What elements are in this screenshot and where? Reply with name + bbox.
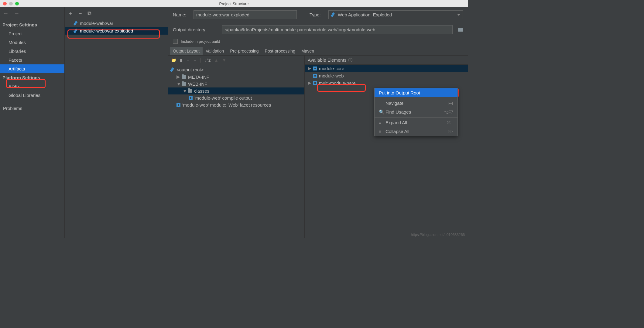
folder-icon [182,75,186,79]
platform-settings-header: Platform Settings [0,73,64,82]
menu-put-into-output-root[interactable]: Put into Output Root [375,88,457,97]
window-title: Project Structure [219,2,249,6]
menu-collapse-all[interactable]: ≡Collapse All ⌘- [375,127,457,136]
artifact-icon [74,29,78,33]
move-up-icon[interactable]: ▲ [214,58,218,63]
output-layout-pane: 📁 ▮ ＋ − | ↓ªᴢ ▲ ▼ <output root> ▶ [168,56,305,238]
artifacts-list-pane: ＋ − ⧉ module-web:war module-web:war expl… [65,7,168,238]
menu-expand-all[interactable]: ≡Expand All ⌘+ [375,118,457,127]
menu-separator [375,98,457,98]
tree-classes[interactable]: ▼ classes [168,87,304,94]
copy-artifact-icon[interactable]: ⧉ [87,10,91,17]
tab-post-processing[interactable]: Post-processing [262,47,298,55]
artifacts-toolbar: ＋ − ⧉ [65,7,168,19]
remove-icon[interactable]: − [194,58,196,63]
sidebar-item-modules[interactable]: Modules [0,38,64,47]
sidebar-item-global-libraries[interactable]: Global Libraries [0,91,64,100]
module-icon [313,74,317,78]
expand-caret-icon[interactable]: ▶ [176,74,180,80]
archive-icon[interactable]: ▮ [180,58,182,63]
move-down-icon[interactable]: ▼ [222,58,226,63]
module-output-icon [189,96,193,100]
new-folder-icon[interactable]: 📁 [171,58,176,63]
add-copy-icon[interactable]: ＋ [186,57,190,63]
tab-pre-processing[interactable]: Pre-processing [227,47,262,55]
nav-forward-icon[interactable]: → [14,10,19,17]
include-build-checkbox[interactable] [173,39,178,44]
artifact-tabs: Output Layout Validation Pre-processing … [168,47,468,56]
traffic-lights [0,2,19,5]
available-item-multi-module-parent[interactable]: ▶ multi-module-pare [305,79,468,87]
artifact-label: module-web:war exploded [80,28,133,33]
sidebar-item-sdks[interactable]: SDKs [0,82,64,91]
available-item-module-web[interactable]: ▶ module-web [305,72,468,79]
nav-back-icon[interactable]: ← [3,10,9,17]
collapse-caret-icon[interactable]: ▼ [176,81,180,87]
expand-caret-icon[interactable]: ▶ [308,66,311,71]
artifact-type-select[interactable]: Web Application: Exploded [328,10,463,19]
add-artifact-icon[interactable]: ＋ [68,10,73,17]
collapse-all-icon: ≡ [379,129,383,134]
expand-all-icon: ≡ [379,120,383,125]
sidebar-item-facets[interactable]: Facets [0,56,64,64]
sidebar-item-libraries[interactable]: Libraries [0,47,64,56]
output-tree: <output root> ▶ META-INF ▼ WEB-INF ▼ [168,65,304,110]
tree-output-root[interactable]: <output root> [168,66,304,73]
tab-maven[interactable]: Maven [298,47,317,55]
facet-icon [176,103,180,107]
artifact-label: module-web:war [80,21,113,26]
menu-navigate[interactable]: Navigate F4 [375,99,457,108]
folder-icon [188,89,192,93]
settings-sidebar: ← → Project Settings Project Modules Lib… [0,7,65,238]
search-icon: 🔍 [379,109,383,115]
output-dir-label: Output directory: [173,27,218,32]
name-label: Name: [173,12,190,17]
minimize-window-button[interactable] [9,2,13,5]
tree-compile-output[interactable]: 'module-web' compile output [168,94,304,101]
artifact-icon [74,21,78,26]
browse-folder-icon[interactable] [458,28,463,32]
output-toolbar: 📁 ▮ ＋ − | ↓ªᴢ ▲ ▼ [168,56,304,65]
collapse-caret-icon[interactable]: ▼ [183,88,186,94]
maximize-window-button[interactable] [15,2,19,5]
remove-artifact-icon[interactable]: − [79,10,82,17]
watermark: https://blog.csdn.net/u010633266 [411,233,465,237]
sort-icon[interactable]: ↓ªᴢ [205,58,211,63]
tree-facet-resources[interactable]: 'module-web' module: 'Web' facet resourc… [168,101,304,108]
module-icon [313,81,317,85]
available-elements-pane: Available Elements ? ▶ module-core ▶ mod… [305,56,468,238]
tree-meta-inf[interactable]: ▶ META-INF [168,73,304,80]
output-dir-input[interactable] [222,25,453,34]
sidebar-item-project[interactable]: Project [0,29,64,38]
artifact-item-war[interactable]: module-web:war [65,19,168,27]
tab-output-layout[interactable]: Output Layout [170,47,203,55]
tree-web-inf[interactable]: ▼ WEB-INF [168,80,304,87]
sidebar-item-problems[interactable]: Problems [0,104,64,113]
folder-icon [182,82,186,86]
tab-validation[interactable]: Validation [203,47,227,55]
help-icon[interactable]: ? [348,58,352,62]
chevron-down-icon [457,14,460,16]
output-root-icon [170,68,175,72]
menu-find-usages[interactable]: 🔍Find Usages ⌥F7 [375,108,457,117]
close-window-button[interactable] [3,2,7,5]
type-label: Type: [310,12,325,17]
artifact-name-input[interactable] [194,10,297,19]
window-titlebar: Project Structure [0,0,468,7]
context-menu: Put into Output Root Navigate F4 🔍Find U… [374,88,458,136]
web-app-icon [331,13,335,17]
type-value: Web Application: Exploded [338,12,392,17]
expand-caret-icon[interactable]: ▶ [308,80,311,86]
artifact-item-war-exploded[interactable]: module-web:war exploded [65,27,168,35]
project-settings-header: Project Settings [0,20,64,29]
include-build-label: Include in project build [181,39,220,44]
available-item-module-core[interactable]: ▶ module-core [305,65,468,72]
available-elements-label: Available Elements [308,57,346,63]
sidebar-item-artifacts[interactable]: Artifacts [0,64,64,73]
menu-separator [375,117,457,118]
module-icon [313,67,317,70]
